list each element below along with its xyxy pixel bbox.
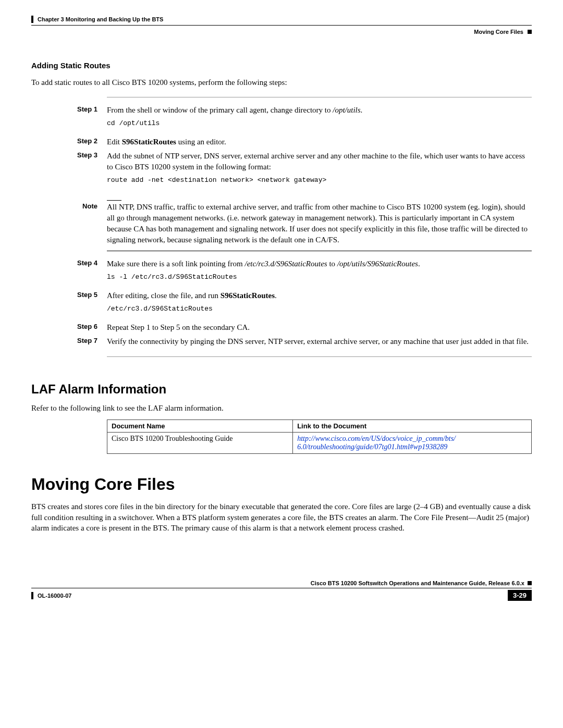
step-5: Step 5 After editing, close the file, an… xyxy=(31,290,532,319)
footer-rule xyxy=(31,588,532,588)
header-rule xyxy=(31,25,532,26)
heading-laf-alarm: LAF Alarm Information xyxy=(31,382,532,397)
step-1-body: From the shell or window of the primary … xyxy=(107,105,532,133)
doc-link[interactable]: http://www.cisco.com/en/US/docs/voice_ip… xyxy=(297,435,456,451)
step-4-text-c: to xyxy=(327,260,337,268)
step-1-path: /opt/utils xyxy=(333,106,360,114)
running-header: Chapter 3 Monitoring and Backing Up the … xyxy=(31,16,532,23)
step-4-path-d: /opt/utils/S96StaticRoutes xyxy=(337,260,418,268)
note-body: All NTP, DNS traffic, traffic to externa… xyxy=(107,202,532,245)
note-rule-bottom xyxy=(107,251,532,251)
heading-adding-static-routes: Adding Static Routes xyxy=(31,61,532,70)
step-4-body: Make sure there is a soft link pointing … xyxy=(107,258,532,287)
step-3-label: Step 3 xyxy=(31,151,107,190)
laf-intro: Refer to the following link to see the L… xyxy=(31,403,532,413)
footer-book-row: Cisco BTS 10200 Softswitch Operations an… xyxy=(31,580,532,586)
step-7-body: Verify the connectivity by pinging the D… xyxy=(107,336,532,347)
step-4-text-a: Make sure there is a soft link pointing … xyxy=(107,260,245,268)
step-5-body: After editing, close the file, and run S… xyxy=(107,290,532,319)
step-3: Step 3 Add the subnet of NTP server, DNS… xyxy=(31,151,532,190)
note-row: Note All NTP, DNS traffic, traffic to ex… xyxy=(31,202,532,245)
step-rule-top xyxy=(107,97,532,97)
footer-docid-wrap: OL-16000-07 xyxy=(31,592,71,599)
square-icon xyxy=(528,581,532,585)
step-3-text: Add the subnet of NTP server, DNS server… xyxy=(107,152,525,171)
table-header-row: Document Name Link to the Document xyxy=(107,420,532,433)
step-7-label: Step 7 xyxy=(31,336,107,347)
step-4: Step 4 Make sure there is a soft link po… xyxy=(31,258,532,287)
step-4-command: ls -l /etc/rc3.d/S96StaticRoutes xyxy=(107,273,532,282)
doc-link-table: Document Name Link to the Document Cisco… xyxy=(107,419,532,454)
step-6-label: Step 6 xyxy=(31,322,107,333)
th-doc-name: Document Name xyxy=(107,420,293,433)
td-doc-link: http://www.cisco.com/en/US/docs/voice_ip… xyxy=(293,433,532,454)
step-1-command: cd /opt/utils xyxy=(107,119,532,128)
running-header-right: Moving Core Files xyxy=(31,29,532,35)
doc-link-line2: 6.0/troubleshooting/guide/07tg01.html#wp… xyxy=(297,443,447,451)
step-4-text-e: . xyxy=(418,260,420,268)
table-row: Cisco BTS 10200 Troubleshooting Guide ht… xyxy=(107,433,532,454)
header-section: Moving Core Files xyxy=(474,29,523,35)
step-2-label: Step 2 xyxy=(31,137,107,147)
step-6: Step 6 Repeat Step 1 to Step 5 on the se… xyxy=(31,322,532,333)
doc-link-line1: http://www.cisco.com/en/US/docs/voice_ip… xyxy=(297,435,456,442)
header-bar-icon xyxy=(31,16,33,23)
footer-bottom-row: OL-16000-07 3-29 xyxy=(31,590,532,601)
step-1: Step 1 From the shell or window of the p… xyxy=(31,105,532,133)
step-5-text-c: . xyxy=(275,291,277,300)
step-2-text-a: Edit xyxy=(107,138,122,146)
step-5-command: /etc/rc3.d/S96StaticRoutes xyxy=(107,304,532,314)
footer-book-title: Cisco BTS 10200 Softswitch Operations an… xyxy=(311,580,524,586)
square-icon xyxy=(528,30,532,34)
moving-core-para: BTS creates and stores core files in the… xyxy=(31,501,532,533)
footer-docid: OL-16000-07 xyxy=(38,593,71,599)
footer-bar-icon xyxy=(31,592,33,599)
step-2-filename: S96StaticRoutes xyxy=(122,138,176,146)
step-2: Step 2 Edit S96StaticRoutes using an edi… xyxy=(31,137,532,147)
step-3-command: route add -net <destination network> <ne… xyxy=(107,176,532,185)
step-rule-bottom xyxy=(107,356,532,357)
step-2-body: Edit S96StaticRoutes using an editor. xyxy=(107,137,532,147)
intro-para: To add static routes to all Cisco BTS 10… xyxy=(31,77,532,88)
step-6-body: Repeat Step 1 to Step 5 on the secondary… xyxy=(107,322,532,333)
step-3-body: Add the subnet of NTP server, DNS server… xyxy=(107,151,532,190)
step-5-label: Step 5 xyxy=(31,290,107,319)
page: Chapter 3 Monitoring and Backing Up the … xyxy=(0,0,563,622)
step-1-label: Step 1 xyxy=(31,105,107,133)
note-label: Note xyxy=(31,202,107,245)
step-4-path-b: /etc/rc3.d/S96StaticRoutes xyxy=(245,260,327,268)
step-2-text-c: using an editor. xyxy=(176,138,226,146)
heading-moving-core-files: Moving Core Files xyxy=(31,475,532,494)
step-7: Step 7 Verify the connectivity by pingin… xyxy=(31,336,532,347)
chapter-label: Chapter 3 Monitoring and Backing Up the … xyxy=(38,16,163,22)
step-5-filename: S96StaticRoutes xyxy=(221,291,275,300)
step-1-text-a: From the shell or window of the primary … xyxy=(107,106,333,114)
note-rule-top xyxy=(107,200,121,201)
step-4-label: Step 4 xyxy=(31,258,107,287)
td-doc-name: Cisco BTS 10200 Troubleshooting Guide xyxy=(107,433,293,454)
step-5-text-a: After editing, close the file, and run xyxy=(107,291,221,300)
th-doc-link: Link to the Document xyxy=(293,420,532,433)
step-1-text-c: . xyxy=(361,106,363,114)
page-footer: Cisco BTS 10200 Softswitch Operations an… xyxy=(31,580,532,601)
page-number-badge: 3-29 xyxy=(508,590,532,601)
